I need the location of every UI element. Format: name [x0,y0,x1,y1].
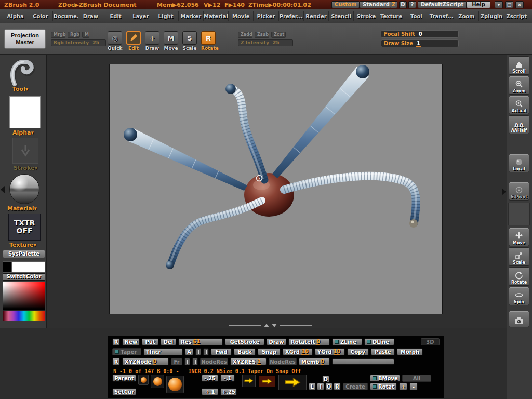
bmove-checkbox[interactable] [373,376,377,380]
dline-toggle[interactable]: DLine [364,338,394,345]
right-tray-collapse-icon[interactable] [502,188,506,195]
standard-ui-button[interactable]: Standard [360,1,393,8]
menu-item-zscript[interactable]: Zscript [504,11,529,21]
mini-slider-3[interactable] [184,358,190,365]
res-slider[interactable]: Res 61 [178,338,223,345]
r-axis-button[interactable]: R [334,383,341,390]
sculpt-canvas[interactable] [109,64,443,314]
dline-checkbox[interactable] [367,340,371,344]
custom-ui-button[interactable]: Custom [331,1,360,8]
menu-item-movie[interactable]: Movie [229,11,254,21]
taper-toggle[interactable]: Taper [112,348,141,355]
d-button[interactable]: D [399,1,407,8]
default-zscript-button[interactable]: DefaultZScript [418,1,467,8]
rgb-button[interactable]: Rgb [68,32,80,38]
new-button[interactable]: New [122,338,140,345]
draw-size-slider[interactable]: Draw Size 1 [381,39,459,47]
menu-item-alpha[interactable]: Alpha [3,11,28,21]
nudge-plus-25-button[interactable]: +.25 [220,388,237,395]
zcut-button[interactable]: Zcut [271,32,286,38]
noderes-button-1[interactable]: NodeRes [200,358,228,365]
rgb-intensity-slider[interactable]: Rgb Intensity 25 [51,39,106,46]
menu-item-texture[interactable]: Texture [379,11,404,21]
ali-button[interactable]: Ali [402,375,431,382]
tool-palette-label[interactable]: Tool▾ [12,86,28,92]
minus-button[interactable]: - [409,383,418,390]
pager-up-icon[interactable] [264,324,269,327]
nudge-minus-25-button[interactable]: -.25 [202,375,218,382]
paste-button[interactable]: Paste [371,348,395,355]
nudge-minus-1-button[interactable]: -.1 [220,375,235,382]
parent-button[interactable]: Parent [112,375,136,382]
menu-item-draw[interactable]: Draw [78,11,103,21]
menu-item-picker[interactable]: Picker [254,11,278,21]
menu-item-stencil[interactable]: Stencil [329,11,354,21]
menu-item-light[interactable]: Light [153,11,178,21]
pager-down-icon[interactable] [272,324,277,327]
xyznode-slider[interactable]: XYZNode 0 [122,358,169,365]
node-r-button[interactable]: R [112,358,120,365]
brush-size-medium-button[interactable] [151,375,164,388]
current-material-sphere[interactable] [9,174,39,204]
a-button[interactable]: A [185,348,193,355]
copy-button[interactable]: Copy [347,348,369,355]
brush-size-large-button[interactable] [166,376,184,393]
draw-mode-button[interactable]: + [145,31,159,45]
fwd-button[interactable]: Fwd [211,348,232,355]
ygrd-slider[interactable]: YGrd 10 [315,348,345,355]
d-axis-button[interactable]: D [322,376,329,383]
menu-item-render[interactable]: Render [304,11,329,21]
brush-size-small-button[interactable] [138,375,149,385]
xyzres-slider[interactable]: XYZRES 1 [230,358,267,365]
window-close-icon[interactable]: × [515,1,524,8]
focal-shift-slider[interactable]: Focal Shift 0 [381,30,459,38]
create-button[interactable]: Create [343,383,368,390]
primary-color-swatch[interactable] [12,261,45,273]
menu-item-layer[interactable]: Layer [128,11,153,21]
move-3d-button[interactable]: Move [509,228,529,246]
projection-master-button[interactable]: Projection Master [4,29,46,49]
fr-button[interactable]: Fr [171,358,182,365]
snapshot-button[interactable] [509,311,529,327]
menu-item-preferences[interactable]: Prefer... [279,11,304,21]
plus-button[interactable]: + [399,383,407,390]
rotat-toggle[interactable]: Rotat [370,383,397,390]
stroke-preview-small-button[interactable] [242,375,256,387]
texture-palette-label[interactable]: Texture▾ [9,242,36,248]
m-button[interactable]: M [82,32,89,38]
edit-mode-button[interactable] [126,31,141,45]
current-stroke-swatch[interactable] [12,138,38,164]
menu-item-zoom[interactable]: Zoom [454,11,479,21]
rotat-checkbox[interactable] [373,384,377,389]
mini-slider-4[interactable] [192,358,198,365]
move-mode-button[interactable]: M [164,31,178,45]
window-restore-icon[interactable]: □ [505,1,513,8]
threed-button[interactable]: 3D [421,338,440,345]
i-axis-button[interactable]: I [317,383,324,390]
stroke-preview-large-button[interactable] [278,375,307,390]
draw-stroke-button[interactable]: Draw [267,338,286,345]
left-tray-collapse-icon[interactable] [1,186,5,193]
window-minimize-icon[interactable]: ▾ [495,1,503,8]
noderes-button-2[interactable]: NodeRes [269,358,297,365]
zline-toggle[interactable]: ZLine [332,338,362,345]
memb-slider[interactable]: Memb 0 [299,358,330,365]
morph-button[interactable]: Morph [397,348,423,355]
z-intensity-slider[interactable]: Z Intensity 25 [238,39,293,46]
syspalette-button[interactable]: SysPalette [3,250,45,258]
zadd-button[interactable]: Zadd [238,32,252,38]
scroll-canvas-button[interactable]: Scroll [509,56,529,75]
menu-item-edit[interactable]: Edit [103,11,128,21]
menu-item-document[interactable]: Docume... [53,11,78,21]
local-transform-button[interactable]: Local [509,154,529,172]
current-tool-icon[interactable] [7,57,39,88]
menu-item-zplugin[interactable]: Zplugin [479,11,504,21]
zoom-canvas-button[interactable]: Zoom [509,76,529,95]
scale-3d-button[interactable]: Scale [509,247,529,266]
spin-canvas-button[interactable]: Spin [509,287,529,305]
secondary-color-swatch[interactable] [3,261,12,273]
setcur-button[interactable]: SetCur [112,388,136,395]
mrgb-button[interactable]: Mrgb [51,32,65,38]
menu-item-color[interactable]: Color [28,11,53,21]
scale-mode-button[interactable]: S [182,31,197,45]
